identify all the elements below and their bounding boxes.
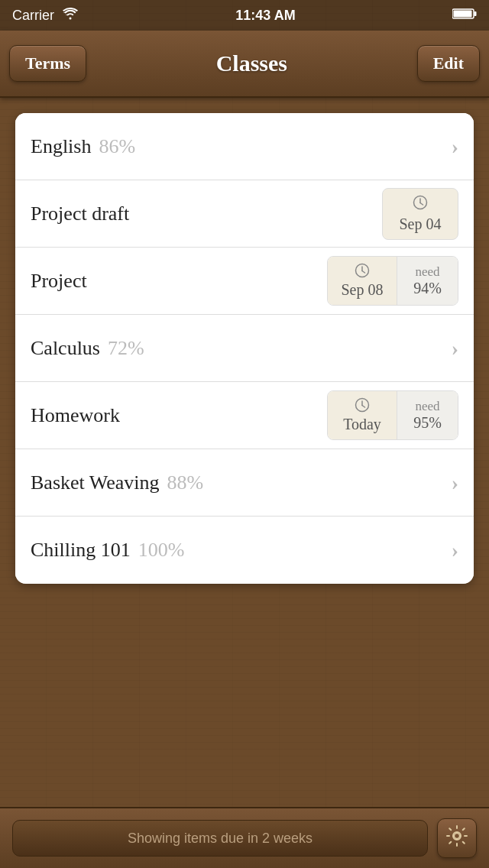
status-bar-right bbox=[452, 8, 477, 24]
due-badge: Sep 04 bbox=[382, 188, 458, 240]
svg-point-13 bbox=[455, 833, 460, 838]
status-bar-time: 11:43 AM bbox=[235, 8, 295, 24]
chevron-right-icon: › bbox=[452, 134, 458, 159]
classes-card: English 86% › Project draft Sep 04 bbox=[15, 113, 474, 584]
list-item[interactable]: Basket Weaving 88% › bbox=[15, 449, 474, 517]
list-item[interactable]: Calculus 72% › bbox=[15, 315, 474, 382]
due-badge-group: Sep 08 need 94% bbox=[327, 256, 458, 306]
navbar: Terms Classes Edit bbox=[0, 31, 489, 98]
clock-icon bbox=[413, 195, 428, 214]
class-percent: 72% bbox=[108, 337, 144, 360]
chevron-right-icon: › bbox=[452, 471, 458, 495]
due-date: Sep 08 bbox=[342, 281, 384, 299]
status-text: Showing items due in 2 weeks bbox=[128, 831, 313, 847]
list-item[interactable]: Project draft Sep 04 bbox=[15, 180, 474, 248]
class-name: Basket Weaving bbox=[31, 471, 160, 494]
class-name: Chilling 101 bbox=[31, 539, 131, 562]
need-badge: need 95% bbox=[397, 391, 458, 439]
svg-line-5 bbox=[420, 202, 423, 205]
class-name: Calculus bbox=[31, 337, 100, 360]
class-percent: 88% bbox=[167, 471, 204, 494]
clock-icon bbox=[355, 397, 370, 416]
carrier-label: Carrier bbox=[12, 8, 54, 24]
status-bar-left: Carrier bbox=[12, 8, 79, 24]
svg-line-11 bbox=[362, 406, 365, 408]
class-name: Homework bbox=[31, 404, 120, 427]
class-info: Project draft bbox=[31, 202, 129, 225]
settings-button[interactable] bbox=[437, 818, 477, 858]
due-badge-left: Sep 08 bbox=[328, 257, 397, 305]
class-name: English bbox=[31, 135, 91, 158]
class-percent: 86% bbox=[99, 135, 135, 158]
need-label: need bbox=[415, 264, 439, 280]
svg-rect-2 bbox=[474, 11, 476, 16]
gear-icon bbox=[445, 824, 468, 853]
terms-button[interactable]: Terms bbox=[9, 45, 86, 82]
bottom-bar: Showing items due in 2 weeks bbox=[0, 807, 489, 868]
class-percent: 100% bbox=[138, 539, 185, 562]
class-name: Project draft bbox=[31, 202, 129, 225]
need-badge: need 94% bbox=[397, 257, 458, 305]
class-name: Project bbox=[31, 270, 87, 293]
list-item[interactable]: Project Sep 08 need 94% bbox=[15, 248, 474, 315]
class-info: Calculus 72% bbox=[31, 337, 144, 360]
class-info: Homework bbox=[31, 404, 120, 427]
svg-rect-1 bbox=[453, 10, 471, 17]
main-content: English 86% › Project draft Sep 04 bbox=[0, 98, 489, 807]
clock-icon bbox=[355, 263, 370, 281]
status-bar: Carrier 11:43 AM bbox=[0, 0, 489, 31]
wifi-icon bbox=[62, 8, 79, 24]
list-item[interactable]: Chilling 101 100% › bbox=[15, 517, 474, 584]
page-title: Classes bbox=[216, 50, 287, 76]
class-info: English 86% bbox=[31, 135, 135, 158]
chevron-right-icon: › bbox=[452, 538, 458, 562]
need-label: need bbox=[415, 399, 439, 414]
list-item[interactable]: Homework Today need 95% bbox=[15, 382, 474, 449]
svg-line-8 bbox=[362, 271, 365, 274]
due-badge-group: Today need 95% bbox=[327, 390, 458, 440]
edit-button[interactable]: Edit bbox=[417, 45, 480, 82]
class-info: Project bbox=[31, 270, 87, 293]
status-bar-display: Showing items due in 2 weeks bbox=[12, 820, 428, 857]
due-badge-left: Today bbox=[328, 391, 397, 439]
battery-icon bbox=[452, 8, 477, 24]
due-date: Today bbox=[343, 416, 381, 433]
class-info: Basket Weaving 88% bbox=[31, 471, 203, 494]
list-item[interactable]: English 86% › bbox=[15, 113, 474, 180]
due-date: Sep 04 bbox=[400, 215, 442, 233]
class-info: Chilling 101 100% bbox=[31, 539, 184, 562]
need-value: 95% bbox=[413, 414, 442, 432]
chevron-right-icon: › bbox=[452, 336, 458, 361]
need-value: 94% bbox=[413, 280, 442, 297]
